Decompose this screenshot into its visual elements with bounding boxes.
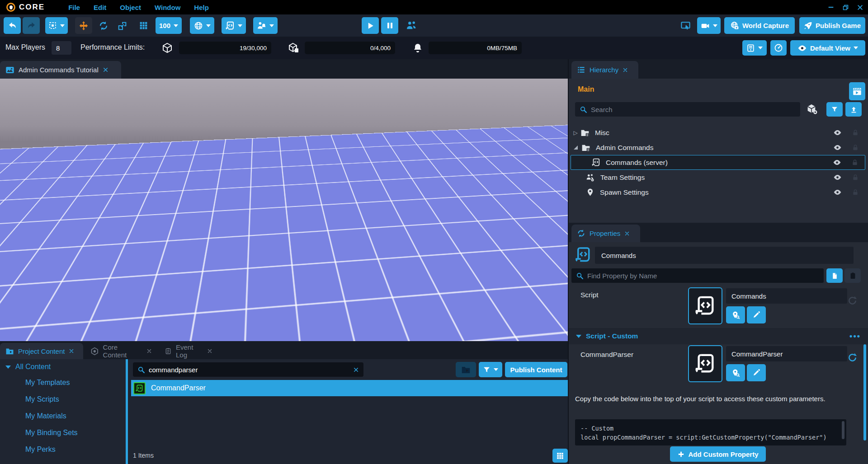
publish-content-button[interactable]: Publish Content [505, 362, 567, 377]
snap-grid-button[interactable] [136, 17, 151, 34]
scale-tool-button[interactable] [115, 17, 130, 34]
sidebar-item-my-binding-sets[interactable]: My Binding Sets [25, 429, 78, 437]
tab-core-content[interactable]: Core Content [85, 343, 157, 359]
event-log-close-icon[interactable] [207, 348, 212, 354]
edit-script-button[interactable] [747, 306, 766, 323]
menu-help[interactable]: Help [194, 4, 209, 11]
grid-view-button[interactable] [552, 449, 568, 463]
script-value-field[interactable]: Commands [726, 288, 847, 304]
tree-root-all-content[interactable]: All Content [5, 363, 51, 371]
open-folder-button[interactable] [456, 362, 476, 377]
menu-window[interactable]: Window [155, 4, 180, 11]
edit-custom-asset-button[interactable] [747, 364, 766, 381]
lock-icon[interactable] [852, 129, 859, 136]
visibility-eye-icon[interactable] [833, 188, 842, 197]
sidebar-item-my-scripts[interactable]: My Scripts [25, 395, 59, 403]
expander-expanded-icon[interactable] [574, 145, 578, 150]
code-scrollbar[interactable] [842, 421, 844, 439]
world-settings-dropdown[interactable] [190, 17, 214, 34]
rotate-tool-button[interactable] [96, 17, 111, 34]
visibility-eye-icon[interactable] [833, 128, 842, 137]
copy-properties-button[interactable] [826, 268, 843, 283]
3d-viewport[interactable] [0, 79, 568, 341]
sidebar-item-my-templates[interactable]: My Templates [25, 379, 70, 387]
hierarchy-filter-button[interactable] [826, 102, 843, 117]
properties-tab-close-icon[interactable] [624, 231, 630, 236]
script-asset-box[interactable] [688, 287, 722, 324]
lock-icon[interactable] [852, 144, 859, 151]
select-tool-button[interactable] [45, 17, 68, 34]
property-search-input[interactable] [587, 272, 819, 280]
hierarchy-row-spawn-settings[interactable]: Spawn Settings [571, 185, 865, 200]
scene-tab-close-icon[interactable] [103, 67, 108, 73]
default-view-dropdown[interactable]: Default View [790, 40, 865, 56]
minimize-button[interactable] [827, 4, 835, 11]
sidebar-item-my-perks[interactable]: My Perks [25, 445, 56, 454]
custom-value-field[interactable]: CommandParser [726, 346, 847, 361]
export-button[interactable] [845, 102, 862, 117]
storage-dropdown[interactable] [742, 40, 767, 56]
player-events-dropdown[interactable] [253, 17, 278, 34]
restore-button[interactable] [842, 4, 849, 11]
lock-icon[interactable] [852, 174, 859, 181]
visibility-eye-icon[interactable] [833, 158, 841, 167]
grid-size-dropdown[interactable]: 100 [156, 17, 182, 34]
multiplayer-preview-button[interactable] [402, 17, 420, 34]
lock-icon[interactable] [851, 159, 859, 166]
tab-scene[interactable]: Admin Commands Tutorial [0, 61, 121, 79]
screen-share-button[interactable] [677, 17, 693, 34]
transform-gizmo[interactable] [231, 175, 349, 275]
play-button[interactable] [362, 17, 379, 34]
content-item-commandparser[interactable]: CommandParser [131, 380, 568, 396]
reset-script-icon[interactable] [847, 295, 858, 306]
hierarchy-search-input[interactable] [591, 106, 796, 113]
tab-event-log[interactable]: Event Log [159, 343, 218, 359]
lock-icon[interactable] [852, 189, 859, 196]
clear-search-icon[interactable] [353, 367, 359, 373]
menu-object[interactable]: Object [120, 4, 141, 11]
paste-properties-button[interactable] [844, 268, 861, 283]
tab-hierarchy[interactable]: Hierarchy [571, 61, 638, 79]
script-dropdown[interactable] [222, 17, 246, 34]
add-custom-property-button[interactable]: Add Custom Property [670, 446, 766, 462]
capture-dropdown[interactable] [697, 17, 721, 34]
sidebar-item-my-materials[interactable]: My Materials [25, 412, 66, 420]
panel-splitter[interactable] [126, 359, 128, 464]
expander-collapsed-icon[interactable]: ▷ [571, 130, 580, 136]
content-filter-dropdown[interactable] [479, 362, 502, 377]
world-capture-button[interactable]: World Capture [724, 17, 795, 34]
script-custom-section-header[interactable]: Script - Custom ••• [569, 328, 868, 344]
section-menu-icon[interactable]: ••• [849, 332, 861, 341]
properties-scrollbar[interactable] [863, 344, 866, 441]
tab-properties[interactable]: Properties [571, 225, 640, 242]
undo-button[interactable] [4, 17, 21, 34]
reset-custom-property-icon[interactable] [847, 352, 858, 363]
object-name-input[interactable] [595, 247, 854, 264]
core-content-close-icon[interactable] [146, 348, 152, 354]
hierarchy-row-team-settings[interactable]: Team Settings [571, 170, 865, 185]
content-search-input[interactable] [149, 366, 349, 374]
move-tool-button[interactable] [75, 17, 92, 34]
cinematic-button[interactable] [849, 82, 865, 100]
max-players-input[interactable] [52, 41, 71, 55]
menu-file[interactable]: File [68, 4, 80, 11]
pause-button[interactable] [381, 17, 398, 34]
hierarchy-row-misc[interactable]: ▷ Misc [571, 125, 865, 140]
publish-game-button[interactable]: Publish Game [799, 17, 865, 34]
menu-edit[interactable]: Edit [94, 4, 106, 11]
redo-button[interactable] [23, 17, 40, 34]
visibility-eye-icon[interactable] [833, 173, 842, 182]
visibility-eye-icon[interactable] [833, 143, 842, 152]
hierarchy-row-commands-server[interactable]: Commands (server) [571, 155, 865, 170]
find-script-button[interactable] [726, 306, 745, 323]
custom-property-code-block[interactable]: -- Custom local propCommandParser = scri… [575, 419, 846, 445]
show-templates-icon[interactable] [807, 103, 818, 115]
custom-script-asset-box[interactable] [688, 345, 722, 382]
performance-button[interactable] [770, 40, 787, 56]
hierarchy-row-admin-commands[interactable]: Admin Commands [571, 140, 865, 155]
tab-project-content[interactable]: Project Content [0, 343, 83, 359]
project-content-close-icon[interactable] [69, 348, 74, 354]
find-custom-asset-button[interactable] [726, 364, 745, 381]
close-button[interactable] [856, 4, 863, 11]
hierarchy-tab-close-icon[interactable] [623, 67, 628, 73]
